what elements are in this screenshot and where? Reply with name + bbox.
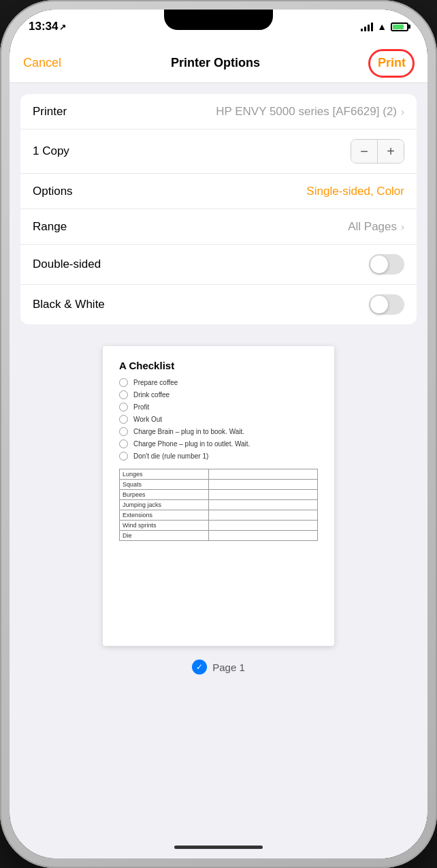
checkbox-circle — [119, 427, 128, 436]
list-item: Charge Phone – plug in to outlet. Wait. — [119, 439, 318, 448]
page-title: Printer Options — [171, 56, 260, 70]
wifi-icon: ▲ — [377, 21, 387, 32]
phone-frame: 13:34↗ ▲ Cancel — [0, 0, 437, 868]
table-cell: Extensions — [120, 510, 209, 521]
toggle-knob-bw — [370, 296, 388, 313]
status-bar: 13:34↗ ▲ — [10, 10, 427, 44]
status-time: 13:34↗ — [29, 20, 66, 33]
signal-bars-icon — [361, 22, 373, 31]
copy-stepper[interactable]: − + — [351, 139, 404, 164]
table-row: Squats — [120, 480, 318, 490]
table-cell: Die — [120, 531, 209, 541]
phone-inner: 13:34↗ ▲ Cancel — [10, 10, 427, 858]
signal-bar-4 — [371, 22, 373, 31]
signal-bar-2 — [364, 27, 366, 31]
table-cell — [208, 510, 317, 521]
notch — [164, 10, 273, 30]
checklist-text: Drink coffee — [133, 391, 169, 399]
battery-icon — [391, 22, 408, 31]
checklist-text: Work Out — [133, 416, 162, 423]
list-item: Charge Brain – plug in to book. Wait. — [119, 427, 318, 436]
table-cell: Jumping jacks — [120, 500, 209, 510]
checkbox-circle — [119, 452, 128, 461]
list-item: Work Out — [119, 415, 318, 424]
options-value: Single-sided, Color — [306, 185, 404, 198]
checkbox-circle — [119, 378, 128, 387]
table-row: Burpees — [120, 490, 318, 500]
cancel-button[interactable]: Cancel — [23, 56, 61, 70]
increment-button[interactable]: + — [378, 140, 404, 163]
preview-doc-title: A Checklist — [119, 360, 318, 371]
range-row[interactable]: Range All Pages › — [20, 209, 417, 245]
checkmark-icon: ✓ — [196, 662, 203, 672]
list-item: Don't die (rule number 1) — [119, 452, 318, 461]
page-indicator: ✓ Page 1 — [192, 660, 245, 675]
checklist-list: Prepare coffee Drink coffee Profit — [119, 378, 318, 461]
preview-area: A Checklist Prepare coffee Drink coffee — [10, 335, 427, 685]
options-row[interactable]: Options Single-sided, Color — [20, 174, 417, 209]
list-item: Drink coffee — [119, 390, 318, 399]
double-sided-label: Double-sided — [33, 258, 101, 271]
table-row: Lunges — [120, 469, 318, 480]
double-sided-toggle[interactable] — [369, 254, 404, 275]
home-indicator — [10, 835, 427, 858]
printer-value: HP ENVY 5000 series [AF6629] (2) › — [216, 105, 404, 119]
table-cell: Squats — [120, 480, 209, 490]
table-cell — [208, 521, 317, 531]
table-cell: Wind sprints — [120, 521, 209, 531]
options-label: Options — [33, 185, 73, 198]
battery-fill — [393, 25, 404, 29]
checklist-text: Profit — [133, 403, 149, 411]
printer-label: Printer — [33, 105, 67, 119]
signal-bar-1 — [361, 29, 363, 31]
table-cell — [208, 500, 317, 510]
range-label: Range — [33, 220, 67, 234]
checkbox-circle — [119, 390, 128, 399]
checklist-text: Prepare coffee — [133, 379, 178, 386]
content-area: Printer HP ENVY 5000 series [AF6629] (2)… — [10, 83, 427, 835]
copy-row: 1 Copy − + — [20, 129, 417, 174]
chevron-right-icon: › — [401, 106, 404, 117]
page-preview: A Checklist Prepare coffee Drink coffee — [103, 346, 334, 646]
table-cell — [208, 469, 317, 480]
checkbox-circle — [119, 439, 128, 448]
chevron-right-icon: › — [401, 221, 404, 232]
list-item: Profit — [119, 403, 318, 412]
list-item: Prepare coffee — [119, 378, 318, 387]
checklist-text: Charge Phone – plug in to outlet. Wait. — [133, 440, 250, 448]
checklist-text: Charge Brain – plug in to book. Wait. — [133, 428, 244, 435]
page-dot: ✓ — [192, 660, 207, 675]
table-cell: Lunges — [120, 469, 209, 480]
table-row: Extensions — [120, 510, 318, 521]
exercise-table: Lunges Squats Burpees — [119, 469, 318, 541]
table-cell — [208, 531, 317, 541]
toggle-knob — [370, 255, 388, 273]
table-cell — [208, 480, 317, 490]
range-value: All Pages › — [348, 220, 404, 234]
checkbox-circle — [119, 415, 128, 424]
status-icons: ▲ — [361, 21, 408, 32]
settings-card: Printer HP ENVY 5000 series [AF6629] (2)… — [20, 94, 417, 324]
table-cell — [208, 490, 317, 500]
home-bar — [174, 846, 263, 849]
black-white-toggle[interactable] — [369, 294, 404, 315]
location-icon: ↗ — [59, 22, 66, 32]
nav-bar: Cancel Printer Options Print — [10, 44, 427, 83]
table-cell: Burpees — [120, 490, 209, 500]
checklist-text: Don't die (rule number 1) — [133, 452, 208, 460]
copy-label: 1 Copy — [33, 144, 69, 158]
black-white-label: Black & White — [33, 298, 105, 311]
print-highlight-circle — [368, 49, 415, 78]
checkbox-circle — [119, 403, 128, 412]
print-button-wrapper: Print — [370, 56, 414, 70]
double-sided-row: Double-sided — [20, 245, 417, 285]
decrement-button[interactable]: − — [351, 140, 377, 163]
printer-row[interactable]: Printer HP ENVY 5000 series [AF6629] (2)… — [20, 94, 417, 129]
table-row: Die — [120, 531, 318, 541]
page-label: Page 1 — [212, 662, 245, 673]
table-row: Jumping jacks — [120, 500, 318, 510]
table-row: Wind sprints — [120, 521, 318, 531]
screen: 13:34↗ ▲ Cancel — [10, 10, 427, 858]
black-white-row: Black & White — [20, 285, 417, 324]
signal-bar-3 — [368, 25, 370, 31]
